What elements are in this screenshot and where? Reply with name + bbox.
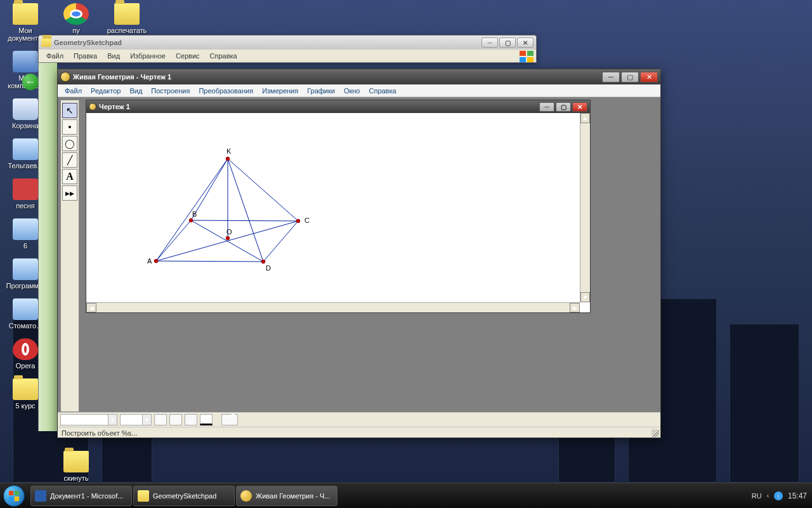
app-close[interactable]: ✕ xyxy=(640,72,658,83)
tool-palette: ↖•◯╱A▸▸ xyxy=(60,100,79,412)
tool-text[interactable]: A xyxy=(62,169,77,184)
app-menu-Преобразования[interactable]: Преобразования xyxy=(194,86,258,96)
segment-BD[interactable] xyxy=(191,220,263,262)
taskbar-task[interactable]: Документ1 - Microsof... xyxy=(30,486,132,506)
info-icon[interactable]: i xyxy=(774,491,783,500)
document-titlebar[interactable]: Чертеж 1 ─ ▢ ✕ xyxy=(86,100,590,113)
explorer-menu-Сервис[interactable]: Сервис xyxy=(172,51,204,61)
resize-grip-icon[interactable] xyxy=(652,429,659,437)
svg-rect-7 xyxy=(15,496,19,500)
task-label: Живая Геометрия - Ч... xyxy=(256,492,330,500)
doc-hscrollbar[interactable]: ◀ ▶ xyxy=(86,302,580,312)
explorer-menu-Избранное[interactable]: Избранное xyxy=(126,51,169,61)
segment-CD[interactable] xyxy=(263,221,298,262)
scroll-up-icon[interactable]: ▲ xyxy=(580,113,590,123)
app-menu-Редактор[interactable]: Редактор xyxy=(86,86,125,96)
doc-maximize[interactable]: ▢ xyxy=(556,102,571,112)
tool-circle[interactable]: ◯ xyxy=(62,136,77,151)
scroll-left-icon[interactable]: ◀ xyxy=(86,303,96,312)
generic-icon xyxy=(13,298,38,320)
segment-BC[interactable] xyxy=(191,220,298,221)
underline-button[interactable]: U xyxy=(185,414,197,425)
app-menu-Файл[interactable]: Файл xyxy=(60,86,86,96)
segment-AB[interactable] xyxy=(156,220,191,261)
point-C[interactable] xyxy=(296,219,300,223)
opera-icon xyxy=(13,338,38,360)
tray-chevron-icon[interactable]: ‹ xyxy=(767,492,769,499)
tool-point[interactable]: • xyxy=(62,119,77,135)
app-maximize[interactable]: ▢ xyxy=(621,72,639,83)
desktop-icon-label: распечатать xyxy=(105,27,149,34)
task-label: GeometrySketchpad xyxy=(153,492,216,500)
app-menu-Построения[interactable]: Построения xyxy=(147,86,194,96)
explorer-close[interactable]: ✕ xyxy=(517,37,534,48)
explorer-menu-Файл[interactable]: Файл xyxy=(43,51,67,61)
language-indicator[interactable]: RU xyxy=(752,492,762,500)
explorer-maximize[interactable]: ▢ xyxy=(499,37,516,48)
explorer-titlebar[interactable]: GeometrySketchpad ─ ▢ ✕ xyxy=(39,36,536,50)
app-menu-Справка[interactable]: Справка xyxy=(364,86,400,96)
windows-flag-icon xyxy=(520,51,535,62)
svg-rect-5 xyxy=(15,490,19,495)
explorer-title: GeometrySketchpad xyxy=(51,39,481,46)
folder-icon xyxy=(13,3,38,25)
mycomp-icon xyxy=(13,51,38,72)
explorer-menu-Справка[interactable]: Справка xyxy=(206,51,241,61)
app-minimize[interactable]: ─ xyxy=(602,72,620,83)
point-A[interactable] xyxy=(154,259,158,263)
tool-line[interactable]: ╱ xyxy=(62,152,77,168)
desktop-icon-label: пу xyxy=(54,27,98,34)
app-menu-Вид[interactable]: Вид xyxy=(125,86,147,96)
doc-vscrollbar[interactable]: ▲ ▼ xyxy=(580,113,590,302)
explorer-menu-Вид[interactable]: Вид xyxy=(103,51,124,61)
point-B[interactable] xyxy=(189,218,193,222)
start-button[interactable] xyxy=(0,483,28,509)
tool-custom[interactable]: ▸▸ xyxy=(62,185,77,201)
explorer-back-button[interactable]: ← xyxy=(22,74,39,90)
bold-button[interactable]: B xyxy=(154,414,167,425)
doc-close[interactable]: ✕ xyxy=(572,102,587,112)
generic-icon xyxy=(13,218,38,240)
scroll-right-icon[interactable]: ▶ xyxy=(570,303,580,312)
font-size-combo[interactable]: ▼ xyxy=(120,414,152,425)
app-window: Живая Геометрия - Чертеж 1 ─ ▢ ✕ ФайлРед… xyxy=(57,69,661,438)
tool-arrow[interactable]: ↖ xyxy=(62,103,77,118)
taskbar-task[interactable]: GeometrySketchpad xyxy=(133,486,235,506)
svg-rect-6 xyxy=(9,496,13,500)
folder-icon xyxy=(114,3,140,25)
desktop-icon-скинуть[interactable]: скинуть xyxy=(54,451,98,482)
desktop-icon-label: скинуть xyxy=(54,474,98,482)
taskbar-task[interactable]: Живая Геометрия - Ч... xyxy=(236,486,337,506)
doc-minimize[interactable]: ─ xyxy=(539,102,554,112)
geometry-canvas[interactable]: ABCDOK xyxy=(86,113,580,302)
app-titlebar[interactable]: Живая Геометрия - Чертеж 1 ─ ▢ ✕ xyxy=(58,69,660,84)
explorer-minimize[interactable]: ─ xyxy=(481,37,498,48)
folder-icon xyxy=(63,451,89,472)
mdi-area: Чертеж 1 ─ ▢ ✕ ABCDOK ▲ ▼ ◀ xyxy=(79,97,660,412)
italic-button[interactable]: I xyxy=(169,414,182,425)
font-family-combo[interactable]: ▼ xyxy=(60,414,117,425)
segment-DA[interactable] xyxy=(156,261,263,262)
scroll-down-icon[interactable]: ▼ xyxy=(580,292,590,302)
taskbar-tasks: Документ1 - Microsof...GeometrySketchpad… xyxy=(28,483,340,508)
desktop-icon-распечатать[interactable]: распечатать xyxy=(105,3,149,34)
point-O[interactable] xyxy=(226,236,230,240)
math-expr-button[interactable]: π√2̅3 xyxy=(221,414,238,425)
app-icon xyxy=(60,72,70,82)
point-label-O: O xyxy=(226,228,232,236)
app-menu-Измерения[interactable]: Измерения xyxy=(258,86,303,96)
app-menubar: ФайлРедакторВидПостроенияПреобразованияИ… xyxy=(58,84,660,97)
app-menu-Окно[interactable]: Окно xyxy=(339,86,365,96)
app-menu-Графики[interactable]: Графики xyxy=(303,86,339,96)
clock[interactable]: 15:47 xyxy=(788,491,807,500)
format-toolbar: ▼ ▼ B I U π√2̅3 xyxy=(58,413,660,427)
point-label-A: A xyxy=(147,257,152,265)
color-button[interactable] xyxy=(200,414,213,425)
explorer-menu-Правка[interactable]: Правка xyxy=(70,51,101,61)
folder-icon xyxy=(13,378,38,400)
point-K[interactable] xyxy=(226,157,230,161)
point-label-D: D xyxy=(266,264,271,272)
red-icon xyxy=(13,178,38,200)
point-D[interactable] xyxy=(261,260,265,264)
desktop-icon-пу[interactable]: пу xyxy=(54,3,98,34)
